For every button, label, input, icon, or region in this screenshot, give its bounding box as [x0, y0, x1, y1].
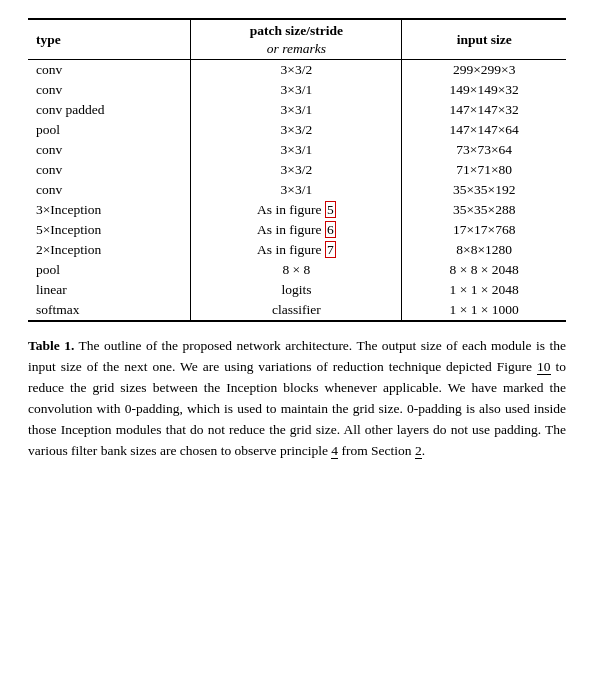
cell-input: 71×71×80 — [402, 160, 566, 180]
cell-input: 35×35×192 — [402, 180, 566, 200]
cell-input: 8 × 8 × 2048 — [402, 260, 566, 280]
cell-type: linear — [28, 280, 191, 300]
table-row: conv3×3/2299×299×3 — [28, 60, 566, 81]
cell-patch: 3×3/2 — [191, 160, 402, 180]
cell-input: 1 × 1 × 1000 — [402, 300, 566, 321]
caption-ref3: 2 — [415, 443, 422, 459]
cell-type: pool — [28, 120, 191, 140]
cell-input: 8×8×1280 — [402, 240, 566, 260]
col-header-type: type — [28, 19, 191, 60]
cell-patch: 3×3/1 — [191, 180, 402, 200]
cell-type: conv — [28, 180, 191, 200]
col-header-input: input size — [402, 19, 566, 60]
cell-type: 3×Inception — [28, 200, 191, 220]
caption-label: Table 1. — [28, 338, 74, 353]
table-row: pool8 × 88 × 8 × 2048 — [28, 260, 566, 280]
figure-ref: 5 — [325, 201, 336, 218]
cell-patch: As in figure 6 — [191, 220, 402, 240]
figure-ref: 7 — [325, 241, 336, 258]
cell-patch: 8 × 8 — [191, 260, 402, 280]
table-row: conv3×3/135×35×192 — [28, 180, 566, 200]
table-row: linearlogits1 × 1 × 2048 — [28, 280, 566, 300]
table-row: softmaxclassifier1 × 1 × 1000 — [28, 300, 566, 321]
cell-type: conv — [28, 60, 191, 81]
table-row: 2×InceptionAs in figure 78×8×1280 — [28, 240, 566, 260]
table-row: conv padded3×3/1147×147×32 — [28, 100, 566, 120]
cell-patch: 3×3/2 — [191, 60, 402, 81]
cell-type: 5×Inception — [28, 220, 191, 240]
cell-input: 299×299×3 — [402, 60, 566, 81]
table-row: pool3×3/2147×147×64 — [28, 120, 566, 140]
cell-patch: 3×3/1 — [191, 80, 402, 100]
figure-ref: 6 — [325, 221, 336, 238]
cell-input: 147×147×32 — [402, 100, 566, 120]
col-header-patch: patch size/stride or remarks — [191, 19, 402, 60]
caption-ref1: 10 — [537, 359, 551, 375]
table-row: 5×InceptionAs in figure 617×17×768 — [28, 220, 566, 240]
cell-patch: 3×3/1 — [191, 100, 402, 120]
cell-patch: logits — [191, 280, 402, 300]
cell-patch: As in figure 5 — [191, 200, 402, 220]
cell-patch: As in figure 7 — [191, 240, 402, 260]
cell-type: conv — [28, 160, 191, 180]
cell-type: softmax — [28, 300, 191, 321]
cell-input: 1 × 1 × 2048 — [402, 280, 566, 300]
table-row: conv3×3/1149×149×32 — [28, 80, 566, 100]
cell-patch: classifier — [191, 300, 402, 321]
caption-text3: from Section — [338, 443, 415, 458]
cell-patch: 3×3/1 — [191, 140, 402, 160]
cell-input: 149×149×32 — [402, 80, 566, 100]
cell-input: 73×73×64 — [402, 140, 566, 160]
cell-type: pool — [28, 260, 191, 280]
cell-type: conv — [28, 80, 191, 100]
cell-type: 2×Inception — [28, 240, 191, 260]
table-row: conv3×3/271×71×80 — [28, 160, 566, 180]
table-row: conv3×3/173×73×64 — [28, 140, 566, 160]
cell-input: 35×35×288 — [402, 200, 566, 220]
cell-input: 17×17×768 — [402, 220, 566, 240]
cell-type: conv padded — [28, 100, 191, 120]
table-row: 3×InceptionAs in figure 535×35×288 — [28, 200, 566, 220]
architecture-table: type patch size/stride or remarks input … — [28, 18, 566, 322]
cell-type: conv — [28, 140, 191, 160]
caption-text1: The outline of the proposed network arch… — [28, 338, 566, 374]
cell-input: 147×147×64 — [402, 120, 566, 140]
caption-text4: . — [422, 443, 425, 458]
table-caption: Table 1. The outline of the proposed net… — [28, 336, 566, 462]
cell-patch: 3×3/2 — [191, 120, 402, 140]
